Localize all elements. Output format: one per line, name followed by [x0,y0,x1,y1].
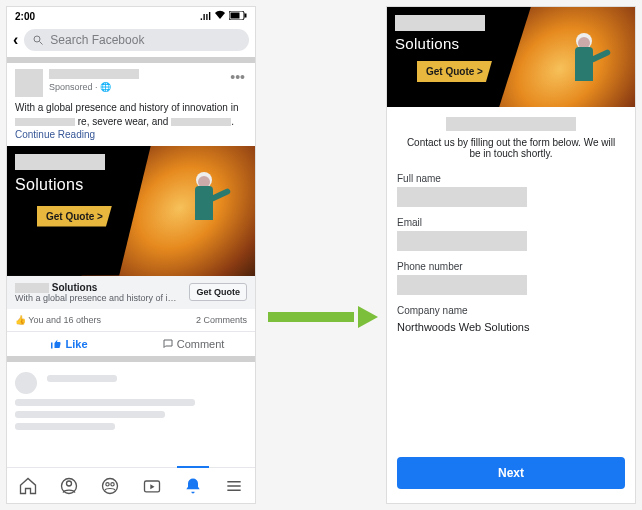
status-bar: 2:00 .ııl [7,7,255,25]
search-input[interactable]: Search Facebook [24,29,249,51]
thumb-up-icon [50,338,62,350]
form-intro: Contact us by filling out the form below… [397,137,625,167]
svg-line-4 [40,42,43,45]
search-placeholder: Search Facebook [50,33,144,47]
next-post-skeleton [7,362,255,443]
ad-logo-redacted [395,15,485,31]
avatar[interactable] [15,69,43,97]
likes-count[interactable]: 👍 You and 16 others [15,315,101,325]
full-name-input[interactable] [397,187,527,207]
nav-groups-icon[interactable] [100,476,120,496]
back-icon[interactable]: ‹ [13,31,18,49]
svg-rect-1 [231,12,240,18]
svg-point-9 [111,482,114,485]
battery-icon [229,11,247,22]
action-bar: Like Comment [7,332,255,356]
post-menu-icon[interactable]: ••• [228,69,247,85]
link-subtitle: With a global presence and history of i… [15,293,189,303]
ad-image[interactable]: Solutions Get Quote > [7,146,255,276]
post-header: Sponsored · 🌐 ••• [7,63,255,99]
redacted-text [15,283,49,293]
field-full-name: Full name [397,173,625,207]
ad-logo-redacted [15,154,105,170]
comment-button[interactable]: Comment [131,332,255,356]
link-card[interactable]: Solutions With a global presence and his… [7,276,255,309]
get-quote-button[interactable]: Get Quote [189,283,247,301]
flow-arrow-icon [268,306,378,328]
next-button[interactable]: Next [397,457,625,489]
page-name-redacted[interactable] [49,69,139,79]
post-body: With a global presence and history of in… [7,99,255,146]
field-email: Email [397,217,625,251]
ad-cta-button[interactable]: Get Quote > [37,206,112,227]
signal-icon: .ııl [200,11,211,22]
nav-home-icon[interactable] [18,476,38,496]
company-input[interactable]: Northwoods Web Solutions [397,319,625,335]
redacted-text [171,118,231,126]
form-heading-redacted [446,117,576,131]
continue-reading-link[interactable]: Continue Reading [15,129,95,140]
svg-point-8 [106,482,109,485]
nav-notifications-icon[interactable] [183,476,203,496]
field-company: Company name Northwoods Web Solutions [397,305,625,335]
nav-watch-icon[interactable] [142,476,162,496]
ad-title: Solutions [395,35,459,52]
field-phone: Phone number [397,261,625,295]
email-input[interactable] [397,231,527,251]
reactions-row: 👍 You and 16 others 2 Comments [7,309,255,332]
svg-rect-2 [245,13,247,17]
svg-point-6 [66,481,71,486]
status-time: 2:00 [15,11,35,22]
comment-icon [162,338,174,350]
form-phone: Solutions Get Quote > Contact us by fill… [386,6,636,504]
like-button[interactable]: Like [7,332,131,356]
bottom-nav [7,467,255,503]
svg-point-3 [34,36,40,42]
ad-cta-button[interactable]: Get Quote > [417,61,492,82]
svg-point-7 [103,478,118,493]
feed-phone: 2:00 .ııl ‹ Search Facebook Sponsored · … [6,6,256,504]
sponsored-label: Sponsored · 🌐 [49,82,222,92]
ad-title: Solutions [15,176,84,194]
redacted-text [15,118,75,126]
nav-menu-icon[interactable] [224,476,244,496]
phone-input[interactable] [397,275,527,295]
wifi-icon [214,10,226,22]
form-hero-image: Solutions Get Quote > [387,7,635,107]
comments-count[interactable]: 2 Comments [196,315,247,325]
nav-profile-icon[interactable] [59,476,79,496]
search-icon [32,34,44,46]
